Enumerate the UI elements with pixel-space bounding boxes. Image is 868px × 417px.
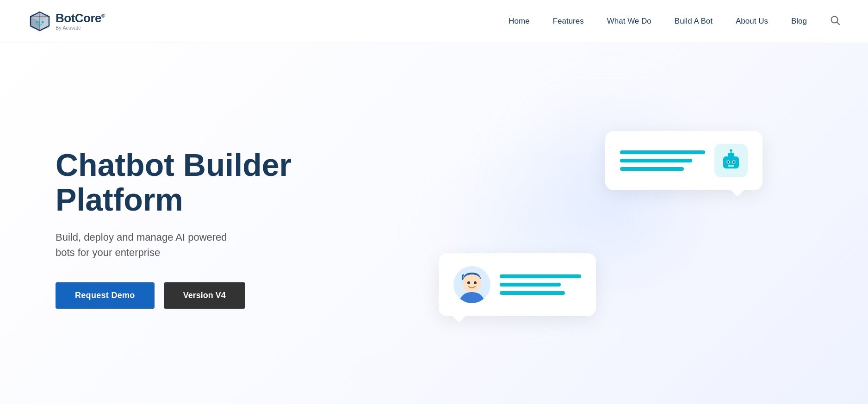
logo-area: BotCore® By Acuvate [28,9,105,33]
chat-line [500,291,565,295]
hero-subtitle: Build, deploy and manage AI powered bots… [56,230,342,260]
logo-icon [28,9,52,33]
logo-text-group: BotCore® By Acuvate [56,12,105,31]
nav-what-we-do[interactable]: What We Do [607,17,651,26]
svg-point-17 [727,161,729,163]
svg-line-4 [837,22,840,25]
logo-brand: BotCore® [56,12,105,24]
nav-blog[interactable]: Blog [791,17,807,26]
logo-sub: By Acuvate [56,25,105,31]
request-demo-button[interactable]: Request Demo [56,282,155,309]
search-icon[interactable] [830,15,840,28]
chat-line [620,167,684,171]
user-chat-lines [500,274,581,295]
main-nav: Home Features What We Do Build A Bot Abo… [508,15,840,28]
hero-buttons: Request Demo Version V4 [56,282,342,309]
svg-point-2 [42,21,44,24]
svg-point-18 [733,161,735,163]
svg-rect-11 [723,156,739,168]
bot-chat-lines [620,150,705,171]
chat-line [620,159,692,162]
nav-home[interactable]: Home [508,17,529,26]
logo-container: BotCore® By Acuvate [28,9,105,33]
hero-content: Chatbot Builder Platform Build, deploy a… [56,148,342,309]
chat-line [500,283,561,286]
nav-features[interactable]: Features [553,17,584,26]
chat-line [500,274,581,278]
svg-point-1 [36,21,38,24]
bot-chat-bubble [605,131,763,190]
chat-line [620,150,705,154]
chat-illustration [411,103,772,353]
user-chat-bubble [439,253,596,316]
hero-section: Chatbot Builder Platform Build, deploy a… [0,43,868,404]
svg-point-8 [467,281,470,284]
svg-point-9 [474,281,477,284]
version-button[interactable]: Version V4 [164,282,245,309]
hero-illustration [342,89,840,367]
header: BotCore® By Acuvate Home Features What W… [0,0,868,43]
nav-build-a-bot[interactable]: Build A Bot [675,17,713,26]
hero-title: Chatbot Builder Platform [56,148,342,217]
bot-avatar [714,144,748,177]
svg-rect-19 [728,165,734,167]
user-avatar [453,266,490,303]
svg-point-14 [730,149,732,152]
nav-about-us[interactable]: About Us [736,17,768,26]
svg-rect-12 [728,153,734,157]
